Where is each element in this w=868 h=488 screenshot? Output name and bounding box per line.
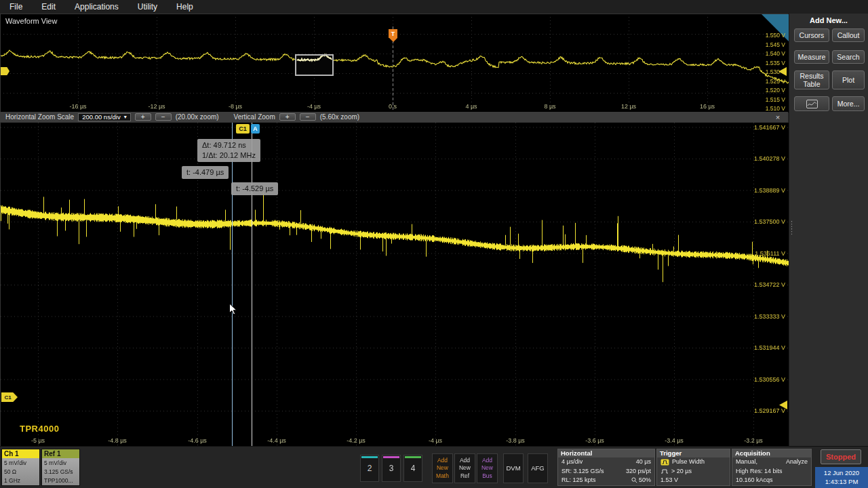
zoom-toolbar: Horizontal Zoom Scale 200.00 ns/div ▾ + … [0, 112, 788, 122]
zoom-waveform-canvas[interactable] [1, 123, 789, 447]
add-measure-button[interactable]: Measure [794, 50, 829, 64]
zoom-x-tick: -4 µs [429, 437, 442, 444]
overview-x-tick: -8 µs [229, 103, 242, 110]
zoom-x-tick: -3.6 µs [585, 437, 604, 444]
cursor-delta-readout: Δt: 49.712 ns 1/Δt: 20.12 MHz [197, 139, 260, 162]
add-cursors-button[interactable]: Cursors [794, 28, 829, 42]
cursor-a-badge[interactable]: A [251, 124, 260, 134]
overview-y-tick: 1.525 V [766, 78, 785, 85]
acquisition-panel-title: Acquisition [732, 449, 811, 458]
zoom-y-tick: 1.530556 V [754, 376, 785, 383]
overview-x-tick: 4 µs [465, 103, 477, 110]
waveform-magnifier-icon [806, 100, 818, 108]
add-new-ref-button[interactable]: Add New Ref [454, 453, 475, 483]
menu-applications[interactable]: Applications [75, 2, 119, 12]
mouse-cursor [229, 303, 237, 316]
h-zoom-scale-dropdown[interactable]: 200.00 ns/div ▾ [78, 113, 131, 121]
v-zoom-out-button[interactable]: − [300, 113, 316, 121]
channel-3-button[interactable]: 3 [382, 455, 401, 482]
zoom-waveform-panel[interactable]: C1 A Δt: 49.712 ns 1/Δt: 20.12 MHz t: -4… [0, 122, 788, 446]
channel-2-label: 2 [368, 464, 372, 473]
trigger-marker[interactable]: T [389, 29, 397, 42]
afg-button[interactable]: AFG [528, 453, 548, 483]
overview-x-tick: -12 µs [148, 103, 165, 110]
overview-y-tick: 1.530 V [766, 68, 785, 75]
overview-y-tick: 1.515 V [766, 96, 785, 103]
overview-x-tick: 0 s [389, 103, 397, 110]
add-results-table-button[interactable]: Results Table [794, 70, 829, 89]
horizontal-settings-panel[interactable]: Horizontal 4 µs/div 40 µs SR: 3.125 GS/s… [557, 449, 655, 486]
overview-y-tick: 1.520 V [766, 87, 785, 94]
probe-model-label: TPR4000 [20, 424, 59, 434]
trigger-arrow-icon [389, 38, 397, 42]
chevron-down-icon: ▾ [124, 114, 127, 120]
add-new-math-button[interactable]: Add New Math [432, 453, 453, 483]
ref-1-scale: 5 mV/div [44, 459, 77, 468]
ref-1-title: Ref 1 [42, 449, 79, 458]
overview-x-tick: 12 µs [621, 103, 636, 110]
trigger-settings-panel[interactable]: Trigger Pulse Width > 20 µs 1.53 V [656, 449, 730, 486]
channel-1-scale: 5 mV/div [4, 459, 37, 468]
v-zoom-label: Vertical Zoom [234, 113, 275, 121]
h-zoom-out-button[interactable]: − [155, 113, 172, 121]
channel-1-termination: 50 Ω [4, 468, 37, 476]
add-new-bus-button[interactable]: Add New Bus [477, 453, 498, 483]
channel-4-button[interactable]: 4 [403, 455, 422, 482]
zoom-x-tick: -4.8 µs [108, 437, 127, 444]
time-value: 1:43:13 PM [815, 477, 868, 486]
menu-file[interactable]: File [9, 2, 22, 12]
channel-3-label: 3 [389, 464, 394, 473]
run-stop-status-button[interactable]: Stopped [821, 449, 861, 464]
h-zoom-scale-value: 200.00 ns/div [82, 113, 121, 121]
cursor-source-badge[interactable]: C1 [236, 124, 250, 134]
add-plot-button[interactable]: Plot [832, 70, 865, 89]
zoom-y-tick: 1.533333 V [754, 313, 785, 320]
analysis-tool-button[interactable] [794, 96, 829, 111]
zoom-y-tick: 1.529167 V [754, 407, 785, 414]
overview-y-tick: 1.510 V [766, 105, 785, 112]
zoom-magnifier-icon [631, 477, 637, 483]
waveform-view-label: Waveform View [5, 17, 57, 25]
zoom-x-tick: -4.6 µs [188, 437, 207, 444]
ref-1-badge[interactable]: Ref 1 5 mV/div 3.125 GS/s TPP1000... [41, 449, 80, 486]
panel-splitter-handle[interactable]: ⋮⋮ [788, 220, 795, 235]
channel-1-badge[interactable]: Ch 1 5 mV/div 50 Ω 1 GHz [1, 449, 40, 486]
channel-2-button[interactable]: 2 [360, 455, 379, 482]
overview-x-tick: -16 µs [69, 103, 86, 110]
menu-help[interactable]: Help [176, 2, 193, 12]
add-search-button[interactable]: Search [832, 50, 865, 64]
dvm-button[interactable]: DVM [503, 453, 524, 483]
channel-1-title: Ch 1 [2, 449, 39, 458]
h-zoom-in-button[interactable]: + [135, 113, 151, 121]
zoom-y-tick: 1.541667 V [754, 124, 785, 131]
date-time-display[interactable]: 12 Jun 2020 1:43:13 PM [815, 467, 868, 488]
menu-bar: File Edit Applications Utility Help [0, 0, 868, 14]
date-value: 12 Jun 2020 [815, 468, 868, 477]
ref-1-sample-rate: 3.125 GS/s [44, 468, 77, 476]
acquisition-resolution: High Res: 14 bits [736, 467, 783, 476]
channel-3-color-strip [383, 456, 399, 458]
zoom-y-tick: 1.538889 V [754, 187, 785, 194]
menu-edit[interactable]: Edit [41, 2, 56, 12]
menu-utility[interactable]: Utility [138, 2, 157, 12]
zoom-y-tick: 1.540278 V [754, 155, 785, 162]
delta-t-value: Δt: 49.712 ns [202, 140, 256, 150]
v-zoom-in-button[interactable]: + [279, 113, 296, 121]
trigger-t-icon: T [389, 29, 397, 38]
close-icon[interactable]: × [773, 113, 783, 121]
sidebar-title: Add New... [789, 16, 868, 24]
acquisition-settings-panel[interactable]: Acquisition Manual, Analyze High Res: 14… [732, 449, 812, 486]
horizontal-resolution: 320 ps/pt [626, 467, 651, 476]
more-button[interactable]: More... [832, 96, 865, 111]
zoom-y-tick: 1.536111 V [755, 250, 785, 257]
overview-waveform-panel[interactable]: T -16 µs -12 µs -8 µs -4 µs 0 s 4 µs 8 µ… [0, 14, 788, 112]
horizontal-window: 40 µs [636, 458, 651, 467]
zoom-x-tick: -4.2 µs [347, 437, 366, 444]
channel-2-color-strip [361, 456, 378, 458]
overview-x-tick: -4 µs [307, 103, 321, 110]
h-zoom-factor-label: (20.00x zoom) [176, 113, 219, 121]
add-callout-button[interactable]: Callout [832, 28, 865, 42]
cursor-b-time-readout: t: -4.479 µs [182, 166, 229, 179]
inverse-delta-t-value: 1/Δt: 20.12 MHz [202, 150, 256, 161]
acquisition-count: 10.160 kAcqs [736, 476, 773, 485]
